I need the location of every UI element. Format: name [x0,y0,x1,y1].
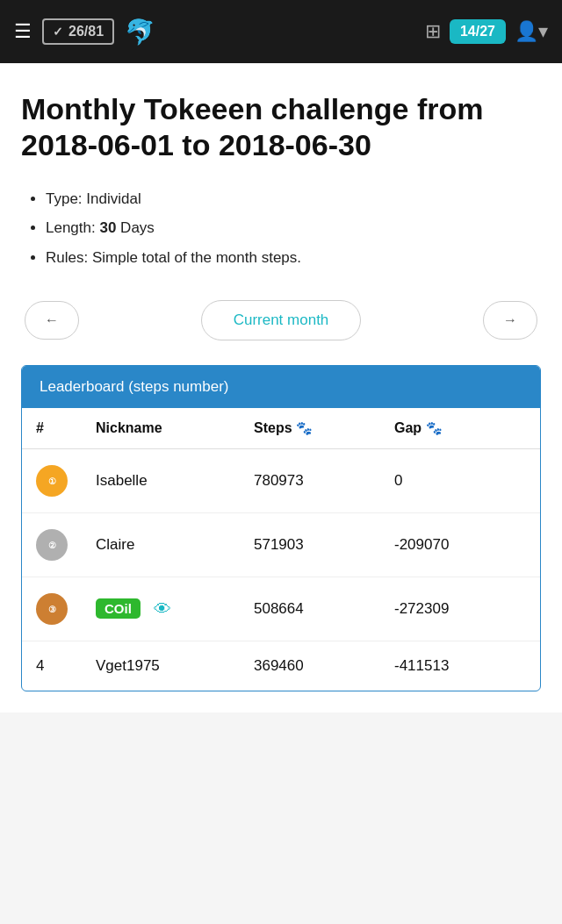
info-list: Type: Individal Length: 30 Days Rules: S… [21,188,541,269]
nickname-cell-2: Claire [82,513,240,577]
table-row: ③ COil 👁 508664 -272309 [22,577,540,641]
info-type: Type: Individal [46,188,541,211]
dolphin-icon[interactable]: 🐬 [125,18,155,47]
rank-cell-2: ② [22,513,82,577]
info-type-text: Type: Individal [46,190,141,207]
next-month-button[interactable]: → [483,301,537,340]
task-count: 26/81 [68,24,104,39]
hamburger-menu[interactable]: ☰ [14,20,32,43]
table-row: ① Isabelle 780973 0 [22,449,540,513]
gap-cell-1: 0 [380,449,540,513]
steps-cell-3: 508664 [240,577,380,641]
rank-cell-4: 4 [22,641,82,691]
leaderboard-header: Leaderboard (steps number) [22,366,540,408]
eye-icon[interactable]: 👁 [154,599,171,620]
main-content: Monthly Tokeeen challenge from 2018-06-0… [0,63,562,713]
calendar-count: 14/27 [460,24,495,39]
calendar-badge[interactable]: 14/27 [450,19,506,44]
task-badge[interactable]: ✓ 26/81 [42,18,114,45]
leaderboard-column-headers: # Nickname Steps 🐾 Gap 🐾 [22,408,540,449]
check-icon: ✓ [53,25,63,39]
steps-cell-2: 571903 [240,513,380,577]
prev-month-button[interactable]: ← [25,301,79,340]
nickname-cell-1: Isabelle [82,449,240,513]
info-rules-text: Rules: Simple total of the month steps. [46,249,301,266]
leaderboard-table: # Nickname Steps 🐾 Gap 🐾 ① [22,408,540,691]
navbar-left: ☰ ✓ 26/81 🐬 [14,18,155,47]
silver-medal: ② [36,529,68,561]
coil-badge: COil [96,598,140,619]
info-length-value: 30 [99,219,116,236]
bronze-medal: ③ [36,593,68,625]
table-row: 4 Vget1975 369460 -411513 [22,641,540,691]
gap-paw-icon: 🐾 [426,420,443,435]
nickname-cell-4: Vget1975 [82,641,240,691]
gap-cell-3: -272309 [380,577,540,641]
steps-paw-icon: 🐾 [296,420,313,435]
rank-cell-3: ③ [22,577,82,641]
gold-medal: ① [36,465,68,497]
nickname-cell-3: COil 👁 [82,577,240,641]
rank-cell-1: ① [22,449,82,513]
gap-cell-2: -209070 [380,513,540,577]
col-steps-header: Steps 🐾 [240,408,380,449]
gap-cell-4: -411513 [380,641,540,691]
col-nickname-header: Nickname [82,408,240,449]
steps-cell-1: 780973 [240,449,380,513]
current-month-button[interactable]: Current month [201,300,362,340]
navbar: ☰ ✓ 26/81 🐬 ⊞ 14/27 👤▾ [0,0,562,63]
user-icon[interactable]: 👤▾ [515,20,548,43]
grid-icon[interactable]: ⊞ [425,20,441,43]
month-navigation: ← Current month → [21,300,541,340]
col-rank-header: # [22,408,82,449]
col-gap-header: Gap 🐾 [380,408,540,449]
table-row: ② Claire 571903 -209070 [22,513,540,577]
leaderboard: Leaderboard (steps number) # Nickname St… [21,365,541,691]
info-length: Length: 30 Days [46,217,541,240]
steps-cell-4: 369460 [240,641,380,691]
info-rules: Rules: Simple total of the month steps. [46,247,541,269]
navbar-right: ⊞ 14/27 👤▾ [425,19,548,44]
page-title: Monthly Tokeeen challenge from 2018-06-0… [21,91,541,163]
